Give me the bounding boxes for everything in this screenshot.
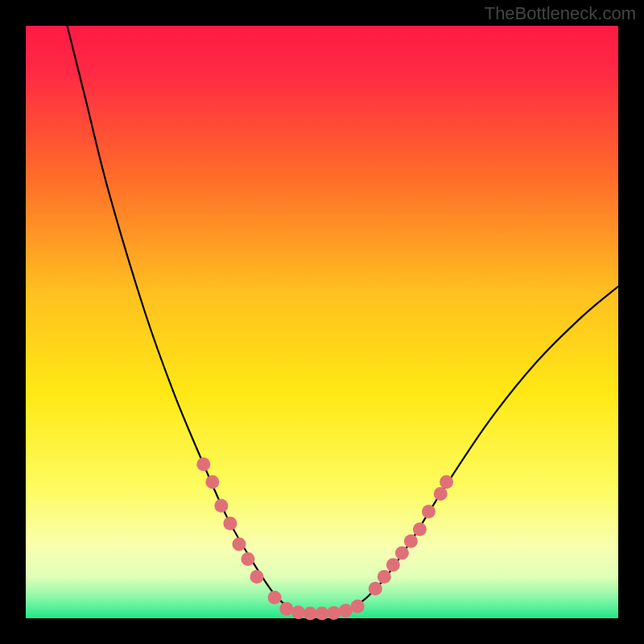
marker-dot <box>413 522 427 536</box>
marker-dot <box>205 475 219 489</box>
marker-dot <box>223 517 237 530</box>
chart-container: TheBottleneck.com <box>0 0 644 644</box>
marker-dot <box>440 475 453 489</box>
marker-dot <box>214 499 228 513</box>
marker-dot <box>232 538 246 551</box>
marker-dot <box>250 570 264 584</box>
marker-dot <box>339 604 353 617</box>
marker-dot <box>196 457 210 471</box>
marker-dot <box>242 552 255 566</box>
marker-dot <box>351 600 365 613</box>
marker-dot <box>279 602 293 616</box>
marker-dot <box>422 505 436 518</box>
marker-dot <box>395 547 409 560</box>
marker-dot <box>291 605 305 619</box>
watermark-label: TheBottleneck.com <box>485 3 636 24</box>
marker-dot <box>316 607 329 621</box>
marker-dot <box>378 570 391 584</box>
marker-dot <box>369 582 382 596</box>
marker-dot <box>434 487 448 501</box>
plot-background <box>26 26 618 618</box>
bottleneck-chart <box>0 0 644 644</box>
marker-dot <box>386 558 400 572</box>
marker-dot <box>404 535 418 548</box>
marker-dot <box>303 607 317 621</box>
marker-dot <box>327 606 341 620</box>
marker-dot <box>268 591 282 605</box>
